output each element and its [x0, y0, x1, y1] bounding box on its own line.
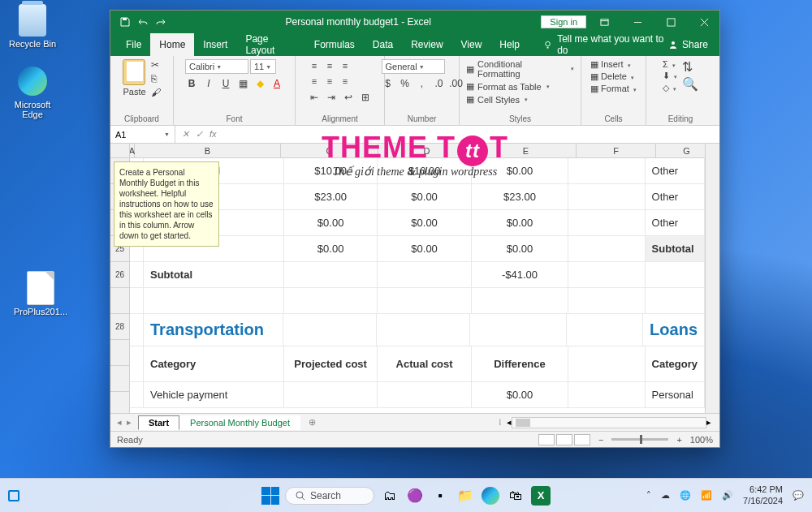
- paste-button[interactable]: Paste: [123, 59, 145, 97]
- app-icon[interactable]: ▪: [430, 486, 450, 506]
- zoom-out-button[interactable]: −: [598, 435, 603, 445]
- tab-insert[interactable]: Insert: [194, 33, 236, 56]
- cell[interactable]: $0.00: [284, 210, 378, 236]
- cell[interactable]: Transportation: [144, 314, 283, 346]
- row-header[interactable]: [110, 340, 130, 366]
- insert-cells-button[interactable]: ▦ Insert ▾: [590, 59, 637, 70]
- find-select-icon[interactable]: 🔍: [682, 76, 698, 92]
- sheet-tab-start[interactable]: Start: [138, 415, 179, 430]
- tell-me-search[interactable]: Tell me what you want to do: [543, 33, 668, 56]
- cell[interactable]: $0.00: [472, 236, 568, 262]
- align-left-icon[interactable]: ≡: [308, 75, 321, 88]
- cell[interactable]: [284, 262, 378, 288]
- vertical-scrollbar[interactable]: [705, 144, 719, 413]
- zoom-slider[interactable]: [611, 438, 668, 441]
- cell[interactable]: [378, 382, 471, 408]
- cell[interactable]: [568, 236, 645, 262]
- cell[interactable]: [130, 346, 144, 382]
- cell[interactable]: Difference: [472, 346, 568, 382]
- cell[interactable]: Category: [646, 346, 705, 382]
- cell[interactable]: [568, 288, 645, 314]
- store-icon[interactable]: 🛍: [506, 486, 525, 506]
- column-header[interactable]: C: [281, 144, 378, 158]
- wrap-text-icon[interactable]: ↩: [342, 91, 355, 104]
- italic-button[interactable]: I: [202, 77, 215, 90]
- tab-view[interactable]: View: [452, 33, 491, 56]
- cell[interactable]: [130, 262, 144, 288]
- zoom-in-button[interactable]: +: [676, 435, 681, 445]
- taskbar-search[interactable]: Search: [285, 487, 374, 505]
- format-cells-button[interactable]: ▦ Format ▾: [590, 84, 637, 94]
- name-box[interactable]: A1▼: [110, 126, 175, 143]
- tab-file[interactable]: File: [117, 33, 150, 56]
- cell[interactable]: $10.00: [284, 158, 378, 184]
- tray-volume-icon[interactable]: 🔊: [722, 490, 733, 501]
- cell[interactable]: [646, 288, 705, 314]
- cell[interactable]: [567, 314, 643, 346]
- fx-icon[interactable]: fx: [209, 129, 217, 140]
- edge-taskbar-icon[interactable]: [481, 486, 500, 506]
- increase-decimal-icon[interactable]: .0: [433, 77, 446, 90]
- normal-view-button[interactable]: [538, 434, 555, 445]
- bold-button[interactable]: B: [185, 77, 198, 90]
- clear-icon[interactable]: ◇ ▾: [663, 83, 677, 93]
- currency-icon[interactable]: $: [382, 77, 395, 90]
- tray-chevron-icon[interactable]: ˄: [646, 490, 651, 501]
- tab-scroll-left-icon[interactable]: ◂: [117, 417, 122, 428]
- cell[interactable]: [568, 262, 645, 288]
- autosum-icon[interactable]: Σ ▾: [663, 59, 677, 69]
- cell[interactable]: Other: [646, 210, 705, 236]
- cell[interactable]: Loans: [643, 314, 705, 346]
- minimize-button[interactable]: [622, 11, 653, 33]
- cell[interactable]: [283, 314, 377, 346]
- start-button[interactable]: [261, 487, 279, 505]
- delete-cells-button[interactable]: ▦ Delete ▾: [590, 71, 637, 82]
- increase-indent-icon[interactable]: ⇥: [325, 91, 338, 104]
- tab-data[interactable]: Data: [364, 33, 402, 56]
- desktop-icon-edge[interactable]: Microsoft Edge: [4, 65, 61, 119]
- cell[interactable]: Projected cost: [284, 346, 378, 382]
- cell[interactable]: [377, 314, 470, 346]
- explorer-icon[interactable]: 📁: [456, 486, 475, 506]
- cell[interactable]: [284, 382, 378, 408]
- cut-icon[interactable]: ✂: [151, 59, 161, 71]
- cell[interactable]: Vehicle payment: [144, 382, 284, 408]
- cell[interactable]: [568, 210, 645, 236]
- copilot-icon[interactable]: 🟣: [405, 486, 425, 506]
- column-header[interactable]: B: [135, 144, 281, 158]
- cell-styles-button[interactable]: ▦ Cell Styles ▾: [466, 94, 574, 105]
- horizontal-scrollbar[interactable]: [512, 417, 706, 428]
- desktop-icon-recycle-bin[interactable]: Recycle Bin: [4, 4, 61, 49]
- tab-scroll-right-icon[interactable]: ▸: [127, 417, 132, 428]
- cell[interactable]: $10.00: [378, 158, 471, 184]
- decrease-indent-icon[interactable]: ⇤: [308, 91, 321, 104]
- sort-filter-icon[interactable]: ⇅: [682, 59, 698, 75]
- excel-taskbar-icon[interactable]: X: [531, 486, 551, 506]
- tray-cloud-icon[interactable]: ☁: [661, 490, 670, 501]
- number-format-combo[interactable]: General▼: [382, 59, 445, 74]
- tab-page-layout[interactable]: Page Layout: [236, 33, 304, 56]
- cell[interactable]: [284, 288, 378, 314]
- format-painter-icon[interactable]: 🖌: [151, 87, 161, 98]
- font-color-button[interactable]: A: [270, 77, 283, 90]
- cell[interactable]: [130, 314, 144, 346]
- maximize-button[interactable]: [655, 11, 686, 33]
- fill-icon[interactable]: ⬇ ▾: [663, 71, 677, 81]
- notifications-icon[interactable]: 💬: [793, 490, 804, 501]
- page-layout-view-button[interactable]: [556, 434, 572, 445]
- cell[interactable]: [646, 262, 705, 288]
- cell[interactable]: $23.00: [284, 184, 378, 210]
- cell[interactable]: Other: [646, 184, 705, 210]
- align-center-icon[interactable]: ≡: [323, 75, 336, 88]
- copy-icon[interactable]: ⎘: [151, 73, 161, 84]
- font-name-combo[interactable]: Calibri▼: [185, 59, 248, 74]
- row-header[interactable]: 28: [110, 314, 130, 340]
- cell[interactable]: $0.00: [472, 158, 568, 184]
- cell[interactable]: $0.00: [472, 382, 568, 408]
- cell[interactable]: Actual cost: [378, 346, 471, 382]
- share-button[interactable]: Share: [668, 39, 708, 50]
- cell[interactable]: Subtotal: [646, 236, 705, 262]
- sign-in-button[interactable]: Sign in: [541, 15, 586, 28]
- cell[interactable]: [568, 346, 645, 382]
- widgets-button[interactable]: [8, 490, 19, 501]
